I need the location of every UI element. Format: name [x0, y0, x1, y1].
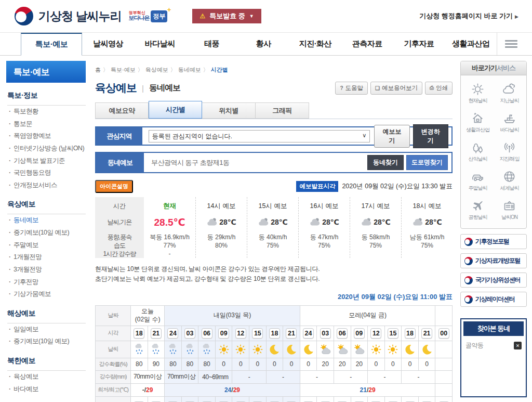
change-region-button[interactable]: 변경하기 — [413, 124, 448, 148]
sidebar-section-title: 육상예보 — [7, 200, 86, 214]
sidebar-item[interactable]: 3개월전망 — [6, 264, 86, 276]
view-forecast-button[interactable]: 예보보기 — [374, 125, 409, 148]
hour-cell: 03 — [317, 326, 334, 341]
nav-item-8[interactable]: 기후자료 — [393, 33, 445, 55]
sidebar-item[interactable]: 특보현황 — [6, 106, 86, 118]
row-header-line: 습도 — [95, 241, 144, 250]
precip-cell: 40~69mm — [198, 370, 232, 383]
quick-service-주말날씨[interactable]: 주말날씨 — [462, 166, 494, 195]
help-button[interactable]: ?도움말 — [335, 82, 368, 95]
sidebar-item[interactable]: 기상가뭄예보 — [6, 288, 86, 301]
breadcrumb-item[interactable]: 홈 — [95, 67, 101, 73]
rain-icon — [184, 345, 196, 353]
sidebar-item[interactable]: 통보문 — [6, 118, 86, 131]
sidebar-item[interactable]: 기상특보 발표기준 — [6, 155, 86, 167]
hour-cell: 18 — [266, 326, 283, 341]
nav-item-6[interactable]: 지진·화산 — [289, 33, 341, 55]
sidebar-item[interactable]: 안개정보서비스 — [6, 179, 86, 192]
breadcrumb-item[interactable]: 육상예보 — [145, 67, 168, 73]
temperature: 28℃ — [271, 218, 288, 226]
nav-item-5[interactable]: 황사 — [237, 33, 289, 55]
portal-link[interactable]: 기상레이더센터 — [460, 292, 527, 307]
sidebar-item[interactable]: 바다예보 — [6, 383, 86, 396]
nav-item-1[interactable]: 특보·예보 — [21, 33, 82, 56]
tab-위치별[interactable]: 위치별 — [202, 102, 256, 119]
print-button[interactable]: ⎙인쇄 — [425, 82, 453, 95]
question-icon: ? — [340, 85, 343, 91]
nav-item-2[interactable]: 날씨영상 — [82, 33, 134, 55]
column-title: 현재 — [144, 200, 195, 212]
quick-service-지진/해일[interactable]: 지진/해일 — [494, 137, 525, 166]
portal-link[interactable]: 기상자료개방포털 — [460, 253, 527, 268]
sidebar-item[interactable]: 주말예보 — [6, 239, 86, 252]
hour-cell: 09 — [215, 326, 232, 341]
sidebar-item[interactable]: 중기예보(10일 예보) — [6, 227, 86, 239]
remove-town-button[interactable]: ✕ — [514, 342, 522, 349]
sidebar-item[interactable]: 인터넷기상방송 (날씨ON) — [6, 142, 86, 155]
breadcrumb-item[interactable]: 동네예보 — [178, 67, 201, 73]
tab-예보요약[interactable]: 예보요약 — [95, 102, 149, 119]
find-town-button[interactable]: 동네찾기 — [367, 155, 404, 170]
sidebar-item[interactable]: 기후전망 — [6, 276, 86, 289]
wind-humidity: 동 40km/h75% — [247, 232, 298, 250]
precip-cell: - — [368, 370, 402, 383]
weather-cell — [148, 341, 165, 358]
hour-chip: 24 — [303, 328, 314, 339]
nav-item-4[interactable]: 태풍 — [186, 33, 238, 55]
quick-service-세계날씨[interactable]: 세계날씨 — [494, 166, 525, 195]
sidebar-item[interactable]: 일일예보 — [6, 323, 86, 336]
sidebar-item[interactable]: 1개월전망 — [6, 251, 86, 264]
release-time-text: 2020년 09월 02일 (수)요일 13:30 발표 — [342, 182, 453, 191]
min-temp: 21 — [360, 386, 367, 394]
pop-cell: 20 — [317, 358, 334, 370]
portal-label: 기상자료개방포털 — [475, 256, 520, 265]
pop-cell: 0 — [418, 358, 435, 370]
alert-active-button[interactable]: ⚠ 특보발효 중 ▼ — [192, 9, 261, 23]
quick-service-label: 날씨ON — [494, 214, 525, 221]
forecast-terms-button[interactable]: ❏예보용어보기 — [370, 82, 422, 95]
quick-service-날씨ON[interactable]: 날씨ON — [494, 195, 525, 224]
quick-service-현재날씨[interactable]: 현재날씨 — [462, 79, 494, 108]
sidebar-item[interactable]: 동네예보 — [6, 214, 86, 227]
pop-cell: 0 — [266, 358, 283, 370]
current-weather-column: 15시 예보28℃동 40km/h75% — [247, 197, 298, 258]
column-title: 18시 예보 — [402, 200, 453, 212]
favorite-region-select[interactable]: 등록된 관심지역이 없습니다. — [149, 130, 370, 142]
portal-link[interactable]: 국가기상위성센터 — [460, 273, 527, 288]
hour-chip: 18 — [405, 328, 416, 339]
selected-town: 부산광역시 동구 초량제1동 — [151, 158, 229, 167]
minmax-cell: -/29 — [131, 383, 165, 396]
hour-chip: 24 — [167, 328, 178, 339]
tab-시간별[interactable]: 시간별 — [149, 101, 202, 119]
menu-button[interactable] — [497, 33, 525, 55]
admin-homepage-link[interactable]: 기상청 행정홈페이지 바로 가기▶ — [419, 11, 518, 21]
nav-item-3[interactable]: 바다날씨 — [134, 33, 186, 55]
suncloud-icon — [337, 345, 348, 353]
wind-value: 북동 16.9km/h — [144, 233, 195, 241]
portal-link[interactable]: 기후정보포털 — [460, 234, 527, 249]
quick-service-산악날씨[interactable]: 산악날씨 — [462, 137, 494, 166]
current-table-row-headers: 시간날씨,기온풍향,풍속습도1시간 강수량 — [95, 197, 144, 258]
sidebar-item[interactable]: 육상예보 — [6, 371, 86, 383]
quick-service-지난날씨[interactable]: 지난날씨 — [494, 79, 525, 108]
nav-item-9[interactable]: 생활과산업 — [445, 33, 497, 55]
suncloud-icon — [353, 345, 365, 353]
hour-cell: 06 — [334, 326, 351, 341]
sidebar-item[interactable]: 국민행동요령 — [6, 167, 86, 179]
hour-chip: 12 — [235, 328, 246, 339]
sidebar-item[interactable]: 중기예보(10일 예보) — [6, 335, 86, 348]
breadcrumb-item[interactable]: 시간별 — [211, 67, 228, 73]
temp-cell: 27 — [368, 396, 385, 402]
quick-service-공항날씨[interactable]: 공항날씨 — [462, 195, 494, 224]
sidebar-item[interactable]: 폭염영향예보 — [6, 130, 86, 142]
site-logo[interactable]: 기상청 날씨누리 — [38, 8, 121, 24]
icon-legend-button[interactable]: 아이콘설명 — [95, 180, 133, 193]
weather-cell — [249, 341, 267, 358]
moon-icon — [269, 345, 280, 353]
tab-그래픽[interactable]: 그래픽 — [256, 102, 309, 119]
quick-service-생활과산업[interactable]: 생활과산업 — [462, 108, 494, 137]
breadcrumb-item[interactable]: 특보·예보 — [111, 67, 136, 73]
quick-service-바다날씨[interactable]: 바다날씨 — [494, 108, 525, 137]
find-road-button[interactable]: 도로명찾기 — [406, 155, 448, 170]
nav-item-7[interactable]: 관측자료 — [341, 33, 393, 55]
